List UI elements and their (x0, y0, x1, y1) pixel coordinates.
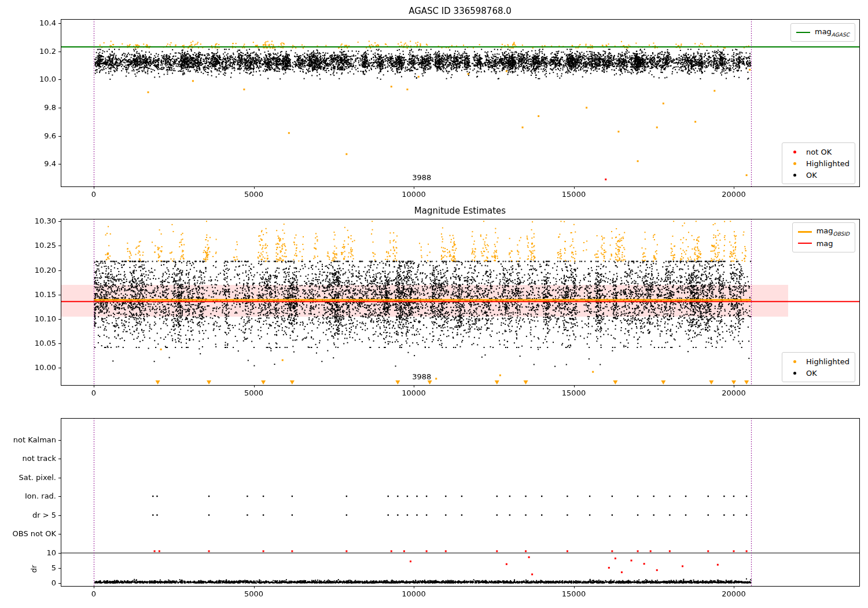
top-plot-title: AGASC ID 336598768.0 (61, 6, 859, 16)
legend-line-swatch (798, 231, 812, 233)
top-plot-annotation: 3988 (404, 173, 439, 182)
y-tick-label: 9.4 (0, 159, 56, 168)
x-tick-label: 20000 (713, 389, 754, 397)
legend-item: OK (788, 169, 849, 181)
y-tick-label: 10.00 (0, 363, 56, 372)
legend-dot-swatch (788, 151, 801, 153)
dr-tick-label: 10 (0, 548, 56, 557)
legend-item: magOBSID (798, 226, 849, 237)
legend-item: Highlighted (788, 158, 849, 169)
legend-item-label: Highlighted (806, 357, 849, 366)
dr-tick-label: 5 (0, 563, 56, 572)
legend-item-label: OK (806, 369, 817, 378)
legend-dot-swatch (788, 174, 801, 177)
legend-line-swatch (796, 32, 810, 33)
x-tick-label: 15000 (554, 389, 594, 397)
middle-plot-title: Magnitude Estimates (61, 206, 859, 216)
x-tick-label: 5000 (234, 389, 274, 397)
y-tick-label: 9.8 (0, 103, 56, 112)
y-tick-label: 10.20 (0, 266, 56, 274)
flag-row-label: Ion. rad. (0, 492, 56, 500)
x-tick-label: 10000 (393, 589, 434, 598)
y-tick-label: 10.30 (0, 217, 56, 225)
legend-dot-swatch (788, 162, 801, 165)
x-tick-label: 15000 (554, 589, 594, 598)
y-tick-label: 10.4 (0, 19, 56, 27)
y-tick-label: 10.0 (0, 75, 56, 83)
flag-row-label: Sat. pixel. (0, 473, 56, 482)
y-tick-label: 10.25 (0, 241, 56, 250)
x-tick-label: 5000 (234, 589, 274, 598)
figure: AGASC ID 336598768.0 Magnitude Estimates… (0, 0, 868, 608)
legend-item: magAGASC (796, 27, 849, 38)
legend-item-label: magOBSID (816, 226, 849, 237)
plots-canvas (0, 0, 868, 608)
legend-dot-swatch (788, 360, 801, 363)
legend-line-swatch (798, 243, 812, 244)
chart1-legend1: HighlightedOK (782, 352, 855, 382)
chart0-legend0: magAGASC (790, 23, 855, 42)
y-tick-label: 10.05 (0, 339, 56, 347)
legend-item: Highlighted (788, 356, 849, 367)
x-tick-label: 0 (73, 190, 114, 199)
y-tick-label: 10.10 (0, 314, 56, 323)
x-tick-label: 20000 (713, 589, 754, 598)
y-tick-label: 10.15 (0, 290, 56, 299)
legend-item-label: OK (806, 171, 817, 180)
x-tick-label: 15000 (554, 190, 594, 199)
legend-item-label: mag (816, 239, 833, 248)
chart0-legend1: not OKHighlightedOK (782, 142, 855, 184)
legend-item: not OK (788, 146, 849, 158)
flag-row-label: not track (0, 454, 56, 463)
x-tick-label: 10000 (393, 389, 434, 397)
flag-row-label: not Kalman (0, 435, 56, 444)
y-tick-label: 10.2 (0, 47, 56, 56)
x-tick-label: 5000 (234, 190, 274, 199)
legend-dot-swatch (788, 372, 801, 375)
legend-item: OK (788, 367, 849, 379)
x-tick-label: 10000 (393, 190, 434, 199)
x-tick-label: 0 (73, 389, 114, 397)
legend-item-label: not OK (806, 148, 832, 156)
flag-row-label: OBS not OK (0, 529, 56, 538)
y-tick-label: 9.6 (0, 131, 56, 140)
legend-item: mag (798, 237, 849, 249)
legend-item-label: magAGASC (815, 27, 849, 38)
x-tick-label: 0 (73, 589, 114, 598)
middle-plot-annotation: 3988 (404, 372, 439, 381)
chart1-legend0: magOBSIDmag (792, 222, 855, 252)
flag-row-label: dr > 5 (0, 511, 56, 519)
dr-tick-label: 0 (0, 578, 56, 587)
x-tick-label: 20000 (713, 190, 754, 199)
dr-axis-label: dr (30, 565, 38, 573)
legend-item-label: Highlighted (806, 159, 849, 168)
